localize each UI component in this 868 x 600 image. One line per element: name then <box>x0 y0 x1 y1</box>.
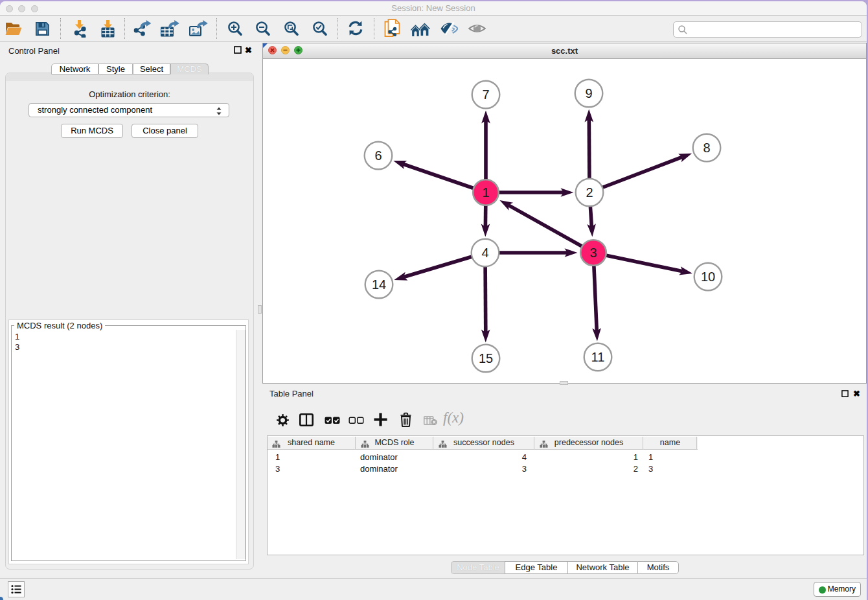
svg-text:4: 4 <box>481 246 488 260</box>
svg-text:8: 8 <box>703 141 710 155</box>
svg-text:10: 10 <box>701 270 715 284</box>
svg-text:15: 15 <box>479 351 493 365</box>
svg-text:7: 7 <box>482 87 489 102</box>
svg-text:9: 9 <box>585 86 592 100</box>
svg-text:3: 3 <box>589 246 597 260</box>
svg-text:2: 2 <box>586 185 593 200</box>
svg-text:1: 1 <box>482 185 489 200</box>
svg-text:6: 6 <box>374 148 382 163</box>
svg-text:11: 11 <box>591 350 605 364</box>
svg-text:14: 14 <box>372 277 386 292</box>
